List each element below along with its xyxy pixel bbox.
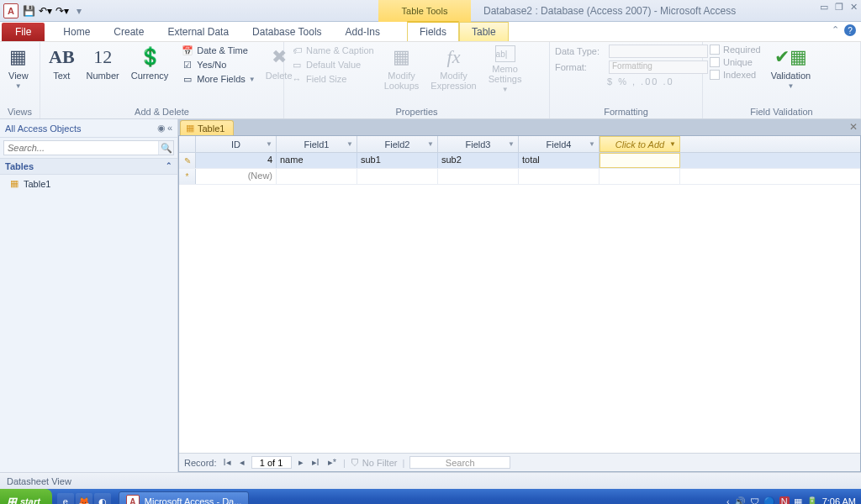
number-button[interactable]: 12 Number (83, 44, 123, 82)
col-field1[interactable]: Field1▼ (277, 136, 357, 152)
dropdown-icon[interactable]: ▼ (346, 140, 353, 148)
restore-button[interactable]: ❐ (835, 2, 843, 13)
tab-create[interactable]: Create (102, 23, 156, 41)
cell-add[interactable] (600, 153, 680, 168)
nav-dropdown-icon[interactable]: ◉ (157, 123, 166, 134)
nav-search: 🔍 (3, 140, 174, 155)
datetime-button[interactable]: 📅Date & Time (180, 44, 256, 57)
ql-app-icon[interactable]: ◐ (94, 493, 111, 504)
cell-field3[interactable]: sub2 (438, 153, 519, 168)
yesno-button[interactable]: ☑Yes/No (180, 58, 256, 71)
select-all-corner[interactable] (179, 136, 196, 152)
doctab-table1[interactable]: ▦ Table1 (180, 120, 234, 135)
morefields-button[interactable]: ▭More Fields▼ (180, 72, 256, 86)
doc-close-button[interactable]: ✕ (849, 121, 858, 133)
search-icon[interactable]: 🔍 (158, 141, 173, 155)
document-area: ▦ Table1 ✕ ID▼ Field1▼ Field2▼ Field3▼ F… (178, 119, 861, 472)
ribbon-minimize-icon[interactable]: ⌃ (832, 24, 839, 36)
tray-icon[interactable]: 🔊 (734, 496, 746, 505)
nav-item-table1[interactable]: ▦ Table1 (0, 175, 177, 192)
app-icon[interactable]: A (3, 3, 18, 18)
record-position[interactable] (251, 456, 292, 469)
ql-ie-icon[interactable]: e (57, 493, 74, 504)
cell-empty[interactable] (357, 169, 438, 184)
table-row[interactable]: ✎ 4 name sub1 sub2 total (179, 153, 860, 169)
search-input[interactable] (4, 141, 158, 155)
view-button[interactable]: ▦ View ▼ (5, 44, 32, 92)
contextual-tab-label: Table Tools (378, 0, 471, 22)
cell-field1[interactable]: name (277, 153, 357, 168)
text-button[interactable]: AB Text (45, 44, 78, 82)
number-format-buttons[interactable]: $ % , .00 .0 (607, 76, 674, 87)
clock[interactable]: 7:06 AM (822, 496, 856, 504)
title-bar: A 💾 ↶▾ ↷▾ ▾ Table Tools Database2 : Data… (0, 0, 861, 22)
col-field2[interactable]: Field2▼ (357, 136, 438, 152)
minimize-button[interactable]: ▭ (820, 2, 828, 13)
unique-checkbox[interactable]: Unique (708, 56, 763, 68)
dropdown-icon[interactable]: ▼ (427, 140, 434, 148)
save-icon[interactable]: 💾 (22, 4, 35, 18)
ql-firefox-icon[interactable]: 🦊 (76, 493, 92, 504)
filter-indicator[interactable]: ⛉ No Filter (351, 458, 398, 468)
indexed-checkbox[interactable]: Indexed (708, 69, 763, 81)
validation-button[interactable]: ✔▦ Validation ▼ (768, 44, 815, 92)
tab-table[interactable]: Table (459, 22, 509, 41)
next-record-button[interactable]: ▸ (297, 457, 305, 468)
cell-empty[interactable] (277, 169, 357, 184)
tab-file[interactable]: File (2, 23, 45, 41)
required-label: Required (723, 45, 761, 55)
dropdown-icon[interactable]: ▼ (266, 140, 272, 148)
tab-addins[interactable]: Add-Ins (334, 23, 392, 41)
table-row-new[interactable]: * (New) (179, 169, 860, 185)
undo-icon[interactable]: ↶▾ (39, 4, 52, 18)
dropdown-icon[interactable]: ▼ (669, 140, 676, 148)
record-search-input[interactable] (409, 456, 510, 469)
nav-category-tables[interactable]: Tables ⌃ (0, 158, 177, 175)
new-record-button[interactable]: ▸* (326, 457, 338, 468)
datasheet: ID▼ Field1▼ Field2▼ Field3▼ Field4▼ Clic… (178, 135, 861, 472)
qat-dropdown-icon[interactable]: ▾ (72, 4, 86, 18)
tray-icon[interactable]: 🔋 (806, 496, 818, 505)
datatype-combo[interactable] (609, 45, 708, 58)
col-click-to-add[interactable]: Click to Add▼ (600, 136, 680, 152)
col-field4[interactable]: Field4▼ (519, 136, 600, 152)
task-access[interactable]: A Microsoft Access - Da... (119, 491, 250, 504)
nav-collapse-icon[interactable]: « (167, 123, 172, 134)
redo-icon[interactable]: ↷▾ (55, 4, 69, 18)
cell-field4[interactable]: total (519, 153, 600, 168)
row-selector-edit-icon[interactable]: ✎ (179, 153, 196, 168)
column-headers: ID▼ Field1▼ Field2▼ Field3▼ Field4▼ Clic… (179, 136, 860, 153)
col-field3[interactable]: Field3▼ (438, 136, 519, 152)
currency-button[interactable]: 💲 Currency (128, 44, 172, 82)
tray-expand-icon[interactable]: ‹ (726, 496, 730, 504)
close-button[interactable]: ✕ (850, 2, 858, 13)
required-checkbox[interactable]: Required (708, 44, 763, 55)
grid-body[interactable]: ✎ 4 name sub1 sub2 total * (New) (179, 153, 860, 453)
tab-home[interactable]: Home (51, 23, 102, 41)
format-combo[interactable]: Formatting (609, 60, 708, 74)
col-id[interactable]: ID▼ (196, 136, 277, 152)
tab-external-data[interactable]: External Data (156, 23, 240, 41)
tray-icon[interactable]: 🛡 (750, 496, 759, 504)
last-record-button[interactable]: ▸I (310, 457, 321, 468)
unique-label: Unique (723, 57, 753, 67)
first-record-button[interactable]: I◂ (222, 457, 233, 468)
help-icon[interactable]: ? (844, 24, 856, 36)
row-selector-new-icon[interactable]: * (179, 169, 196, 184)
prev-record-button[interactable]: ◂ (238, 457, 246, 468)
start-button[interactable]: ⊞ start (0, 489, 52, 504)
cell-empty[interactable] (438, 169, 519, 184)
tray-icon[interactable]: 🔵 (763, 496, 775, 505)
dropdown-icon[interactable]: ▼ (589, 140, 595, 148)
cell-field2[interactable]: sub1 (357, 153, 438, 168)
cell-empty[interactable] (600, 169, 680, 184)
dropdown-icon[interactable]: ▼ (508, 140, 515, 148)
cell-empty[interactable] (519, 169, 600, 184)
tray-icon[interactable]: N (779, 496, 790, 504)
cell-id[interactable]: 4 (196, 153, 277, 168)
nav-header[interactable]: All Access Objects ◉« (0, 119, 177, 138)
tab-fields[interactable]: Fields (407, 21, 459, 41)
cell-id-new[interactable]: (New) (196, 169, 277, 184)
tab-database-tools[interactable]: Database Tools (240, 23, 334, 41)
tray-icon[interactable]: ▦ (794, 496, 802, 505)
